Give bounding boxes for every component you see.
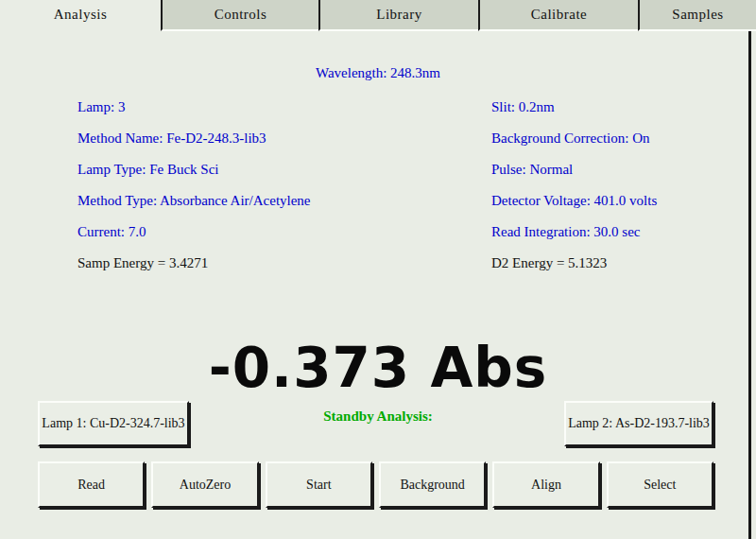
tab-analysis[interactable]: Analysis xyxy=(0,0,161,31)
tab-bar: Analysis Controls Library Calibrate Samp… xyxy=(0,0,756,31)
param-current: Current: 7.0 xyxy=(77,217,311,248)
tab-calibrate[interactable]: Calibrate xyxy=(478,0,638,31)
right-parameter-column: Slit: 0.2nm Background Correction: On Pu… xyxy=(491,92,657,279)
action-button-row: Read AutoZero Start Background Align Sel… xyxy=(38,461,713,508)
read-button[interactable]: Read xyxy=(38,461,145,508)
param-read-integration: Read Integration: 30.0 sec xyxy=(491,217,657,248)
background-button[interactable]: Background xyxy=(379,461,486,508)
analysis-panel: Wavelength: 248.3nm Lamp: 3 Method Name:… xyxy=(0,31,756,539)
select-button[interactable]: Select xyxy=(607,461,713,508)
param-method-name: Method Name: Fe-D2-248.3-lib3 xyxy=(77,123,311,154)
panel-right-border xyxy=(748,31,751,539)
d2-energy-value: D2 Energy = 5.1323 xyxy=(491,248,657,279)
param-pulse: Pulse: Normal xyxy=(491,154,657,185)
param-detector-voltage: Detector Voltage: 401.0 volts xyxy=(491,185,657,217)
param-lamp-type: Lamp Type: Fe Buck Sci xyxy=(77,154,311,185)
param-slit: Slit: 0.2nm xyxy=(491,92,657,123)
align-button[interactable]: Align xyxy=(492,461,599,508)
tab-library[interactable]: Library xyxy=(318,0,478,31)
tab-samples[interactable]: Samples xyxy=(638,0,756,31)
start-button[interactable]: Start xyxy=(266,461,372,508)
lamp1-button[interactable]: Lamp 1: Cu-D2-324.7-lib3 xyxy=(38,401,189,446)
absorbance-reading: -0.373 Abs xyxy=(0,339,756,397)
wavelength-readout: Wavelength: 248.3nm xyxy=(0,65,756,81)
tab-controls[interactable]: Controls xyxy=(161,0,318,31)
instrument-screen: Analysis Controls Library Calibrate Samp… xyxy=(0,0,756,539)
samp-energy-value: Samp Energy = 3.4271 xyxy=(77,248,311,279)
lamp2-button[interactable]: Lamp 2: As-D2-193.7-lib3 xyxy=(564,401,713,446)
param-lamp: Lamp: 3 xyxy=(77,92,311,123)
autozero-button[interactable]: AutoZero xyxy=(151,461,258,508)
param-method-type: Method Type: Absorbance Air/Acetylene xyxy=(77,185,311,217)
left-parameter-column: Lamp: 3 Method Name: Fe-D2-248.3-lib3 La… xyxy=(77,92,311,279)
param-background-correction: Background Correction: On xyxy=(491,123,657,154)
